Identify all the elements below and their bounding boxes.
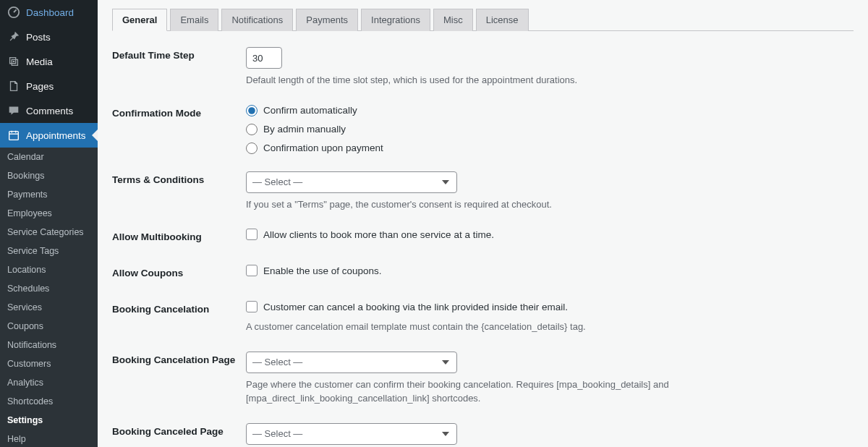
menu-label: Dashboard (26, 7, 74, 18)
submenu-payments[interactable]: Payments (0, 185, 98, 204)
comment-icon (7, 104, 20, 117)
row-canceled-page: Booking Canceled Page — Select — Page to… (112, 422, 854, 448)
submenu-appointments: Calendar Bookings Payments Employees Ser… (0, 148, 98, 447)
submenu-bookings[interactable]: Bookings (0, 166, 98, 185)
submenu-analytics[interactable]: Analytics (0, 373, 98, 392)
canceled-page-select[interactable]: — Select — (246, 423, 457, 445)
default-time-step-input[interactable] (246, 47, 282, 69)
submenu-customers[interactable]: Customers (0, 354, 98, 373)
submenu-service-categories[interactable]: Service Categories (0, 223, 98, 242)
row-coupons: Allow Coupons Enable the use of coupons. (112, 263, 854, 284)
submenu-locations[interactable]: Locations (0, 260, 98, 279)
menu-label: Posts (26, 32, 51, 43)
desc-cancelation: A customer cancelation email template mu… (246, 320, 854, 334)
radio-confirm-auto-input[interactable] (246, 105, 258, 116)
menu-media[interactable]: Media (0, 49, 98, 74)
submenu-help[interactable]: Help (0, 430, 98, 447)
multibooking-checkbox[interactable] (246, 229, 258, 240)
submenu-shortcodes[interactable]: Shortcodes (0, 392, 98, 411)
menu-label: Appointments (26, 130, 86, 141)
calendar-icon (7, 129, 20, 142)
submenu-services[interactable]: Services (0, 298, 98, 317)
menu-comments[interactable]: Comments (0, 98, 98, 123)
coupons-checkbox[interactable] (246, 265, 258, 276)
row-cancelation: Booking Cancelation Customer can cancel … (112, 299, 854, 334)
label-cancelation-page: Booking Cancelation Page (112, 350, 246, 365)
radio-confirm-manual-input[interactable] (246, 124, 258, 135)
tab-misc[interactable]: Misc (433, 9, 473, 31)
row-default-time-step: Default Time Step Default length of the … (112, 46, 854, 88)
tab-notifications[interactable]: Notifications (221, 9, 293, 31)
label-coupons: Allow Coupons (112, 263, 246, 278)
menu-posts[interactable]: Posts (0, 25, 98, 49)
label-default-time-step: Default Time Step (112, 46, 246, 61)
desc-default-time-step: Default length of the time slot step, wh… (246, 73, 854, 88)
menu-pages[interactable]: Pages (0, 74, 98, 98)
tab-integrations[interactable]: Integrations (361, 9, 430, 31)
label-cancelation: Booking Cancelation (112, 299, 246, 315)
settings-tabs: General Emails Notifications Payments In… (112, 0, 854, 31)
tab-emails[interactable]: Emails (170, 9, 218, 31)
submenu-service-tags[interactable]: Service Tags (0, 242, 98, 260)
menu-label: Comments (26, 106, 73, 116)
submenu-schedules[interactable]: Schedules (0, 279, 98, 298)
label-confirmation-mode: Confirmation Mode (112, 103, 246, 119)
pin-icon (7, 30, 20, 43)
dashboard-icon (7, 6, 20, 19)
page-icon (7, 80, 20, 93)
row-terms: Terms & Conditions — Select — If you set… (112, 170, 854, 212)
row-multibooking: Allow Multibooking Allow clients to book… (112, 227, 854, 247)
cancelation-page-select[interactable]: — Select — (246, 352, 457, 373)
radio-confirm-payment-input[interactable] (246, 142, 258, 154)
label-multibooking: Allow Multibooking (112, 227, 246, 242)
svg-rect-2 (9, 132, 19, 140)
submenu-employees[interactable]: Employees (0, 204, 98, 223)
row-confirmation-mode: Confirmation Mode Confirm automatically … (112, 103, 854, 154)
radio-confirm-payment: Confirmation upon payment (246, 142, 854, 154)
settings-form: Default Time Step Default length of the … (112, 46, 854, 447)
admin-sidebar: Dashboard Posts Media Pages Comments App… (0, 0, 98, 447)
submenu-notifications[interactable]: Notifications (0, 336, 98, 354)
menu-dashboard[interactable]: Dashboard (0, 0, 98, 25)
media-icon (7, 55, 20, 68)
desc-cancelation-page: Page where the customer can confirm thei… (246, 378, 854, 406)
desc-terms: If you set a "Terms" page, the customer'… (246, 197, 854, 212)
menu-appointments[interactable]: Appointments (0, 123, 98, 148)
main-content: General Emails Notifications Payments In… (98, 0, 868, 447)
terms-select[interactable]: — Select — (246, 171, 457, 193)
radio-confirm-auto: Confirm automatically (246, 105, 854, 116)
menu-label: Media (26, 56, 53, 67)
svg-point-1 (13, 61, 15, 63)
row-cancelation-page: Booking Cancelation Page — Select — Page… (112, 350, 854, 406)
label-terms: Terms & Conditions (112, 170, 246, 185)
tab-license[interactable]: License (476, 9, 529, 31)
tab-payments[interactable]: Payments (296, 9, 358, 31)
radio-confirm-manual: By admin manually (246, 124, 854, 135)
tab-general[interactable]: General (112, 9, 167, 31)
submenu-calendar[interactable]: Calendar (0, 148, 98, 166)
cancelation-checkbox[interactable] (246, 301, 258, 312)
label-canceled-page: Booking Canceled Page (112, 422, 246, 437)
submenu-settings[interactable]: Settings (0, 411, 98, 430)
submenu-coupons[interactable]: Coupons (0, 317, 98, 336)
menu-label: Pages (26, 81, 54, 92)
